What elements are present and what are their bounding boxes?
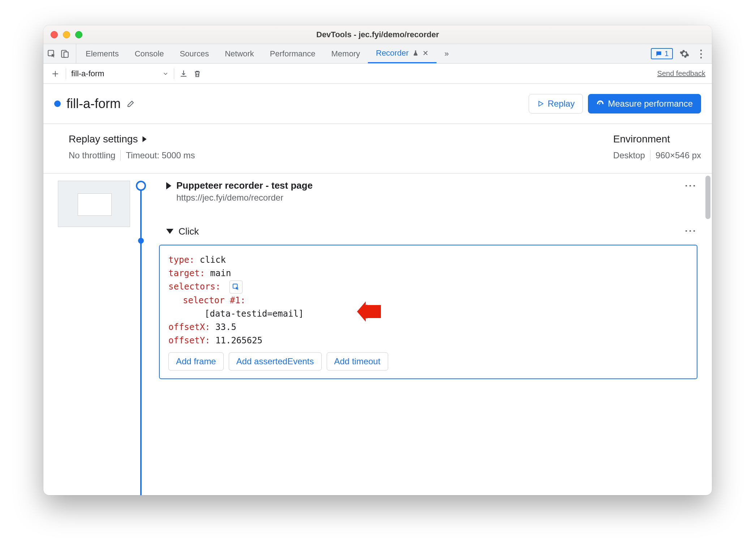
step-more-icon[interactable]: ⋮	[684, 225, 697, 237]
environment-heading: Environment	[613, 133, 670, 145]
field-offsetx-value[interactable]: 33.5	[215, 322, 236, 332]
step-click-header[interactable]: Click ⋮	[152, 225, 697, 237]
gauge-icon	[596, 100, 604, 108]
tab-performance[interactable]: Performance	[262, 44, 323, 63]
recording-header: fill-a-form Replay Measure performance	[43, 84, 712, 124]
field-offsety-key[interactable]: offsetY	[168, 335, 205, 346]
field-selectors-key[interactable]: selectors	[168, 282, 215, 292]
replay-settings-heading[interactable]: Replay settings	[69, 133, 195, 145]
step-initial-url: https://jec.fyi/demo/recorder	[176, 193, 313, 203]
measure-label: Measure performance	[608, 99, 693, 109]
field-target-key[interactable]: target	[168, 268, 200, 278]
env-kind: Desktop	[613, 150, 645, 160]
replay-button[interactable]: Replay	[529, 94, 583, 113]
chevron-down-icon	[162, 70, 169, 77]
timeline-line	[140, 186, 142, 495]
devtools-tabbar: Elements Console Sources Network Perform…	[43, 44, 712, 64]
more-vert-icon[interactable]: ⋮	[696, 48, 706, 60]
steps-area: Puppeteer recorder - test page https://j…	[43, 173, 712, 495]
tab-recorder-label: Recorder	[376, 48, 408, 58]
element-picker-icon[interactable]	[229, 280, 242, 293]
field-target-value[interactable]: main	[210, 268, 231, 278]
add-asserted-events-button[interactable]: Add assertedEvents	[229, 352, 322, 370]
timeout-value: Timeout: 5000 ms	[126, 150, 195, 160]
add-frame-button[interactable]: Add frame	[168, 352, 224, 370]
issues-badge[interactable]: 1	[651, 48, 673, 59]
recording-title-text: fill-a-form	[66, 96, 121, 111]
tab-overflow[interactable]: »	[437, 44, 457, 63]
scrollbar[interactable]	[705, 176, 710, 219]
step-more-icon[interactable]: ⋮	[684, 180, 697, 192]
chevron-down-icon	[166, 229, 173, 234]
tab-network[interactable]: Network	[217, 44, 262, 63]
tab-console[interactable]: Console	[127, 44, 172, 63]
step-details-panel: type: click target: main selectors: sele…	[159, 245, 697, 379]
close-window-icon[interactable]	[51, 31, 58, 38]
tab-elements[interactable]: Elements	[78, 44, 127, 63]
timeline-node-icon	[138, 238, 144, 244]
delete-icon[interactable]	[193, 69, 202, 78]
window-title: DevTools - jec.fyi/demo/recorder	[43, 30, 712, 39]
throttling-value: No throttling	[69, 150, 115, 160]
chevron-right-icon	[166, 182, 171, 189]
send-feedback-link[interactable]: Send feedback	[657, 69, 705, 78]
recording-selector[interactable]: fill-a-form	[71, 69, 169, 78]
zoom-window-icon[interactable]	[75, 31, 82, 38]
flask-icon	[412, 50, 419, 56]
settings-row: Replay settings No throttling Timeout: 5…	[43, 124, 712, 173]
edit-icon[interactable]	[126, 99, 135, 108]
devtools-window: DevTools - jec.fyi/demo/recorder Element…	[43, 25, 712, 495]
new-recording-button[interactable]: ＋	[50, 66, 61, 81]
recording-title: fill-a-form	[54, 96, 135, 111]
play-icon	[537, 100, 544, 107]
field-offsety-value[interactable]: 11.265625	[215, 335, 262, 346]
arrow-annotation-icon	[356, 301, 382, 326]
measure-performance-button[interactable]: Measure performance	[588, 94, 701, 113]
field-type-value[interactable]: click	[200, 255, 226, 265]
step-initial-title: Puppeteer recorder - test page	[176, 180, 313, 191]
issues-count: 1	[665, 50, 669, 58]
field-offsetx-key[interactable]: offsetX	[168, 322, 205, 332]
env-size: 960×546 px	[656, 150, 701, 160]
minimize-window-icon[interactable]	[63, 31, 70, 38]
timeline: Puppeteer recorder - test page https://j…	[130, 173, 712, 495]
field-type-key[interactable]: type	[168, 255, 189, 265]
chevron-right-icon	[143, 136, 147, 142]
step-initial[interactable]: Puppeteer recorder - test page https://j…	[152, 180, 697, 203]
window-controls	[51, 31, 82, 38]
titlebar: DevTools - jec.fyi/demo/recorder	[43, 25, 712, 44]
field-selector1-value[interactable]: [data-testid=email]	[205, 309, 304, 319]
svg-rect-2	[64, 52, 68, 57]
add-timeout-button[interactable]: Add timeout	[327, 352, 388, 370]
replay-label: Replay	[548, 99, 575, 109]
tab-memory[interactable]: Memory	[323, 44, 368, 63]
close-tab-icon[interactable]: ✕	[422, 49, 429, 57]
inspect-icon[interactable]	[47, 49, 56, 59]
tab-recorder[interactable]: Recorder ✕	[368, 44, 436, 63]
export-icon[interactable]	[179, 69, 188, 78]
chat-icon	[655, 50, 662, 57]
recorder-toolbar: ＋ fill-a-form Send feedback	[43, 64, 712, 84]
recording-select-label: fill-a-form	[71, 69, 104, 78]
page-thumbnail	[58, 181, 130, 227]
status-dot-icon	[54, 100, 61, 107]
tab-list: Elements Console Sources Network Perform…	[78, 44, 457, 63]
step-click-label: Click	[179, 226, 199, 237]
gear-icon[interactable]	[679, 49, 690, 59]
device-toggle-icon[interactable]	[60, 49, 69, 59]
field-selector1-key[interactable]: selector #1	[183, 295, 240, 305]
tab-sources[interactable]: Sources	[172, 44, 217, 63]
timeline-start-icon	[136, 181, 146, 191]
